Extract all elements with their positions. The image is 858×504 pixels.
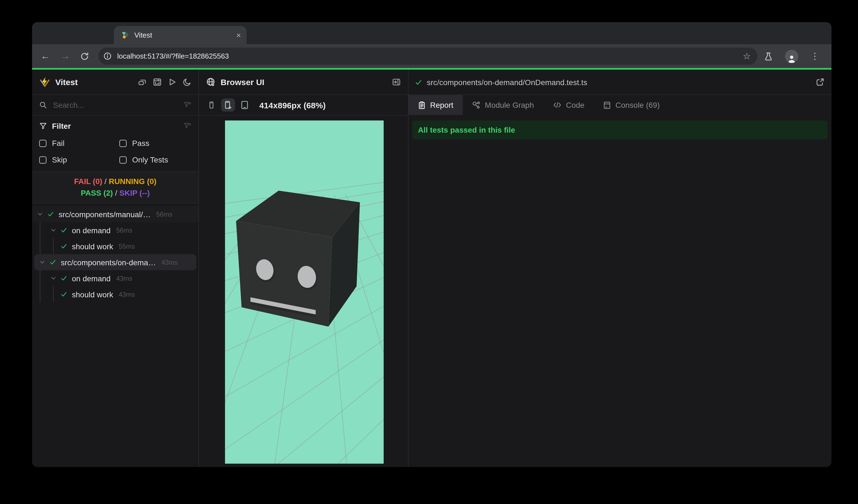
- device-phone-button[interactable]: [221, 98, 235, 112]
- tab-close-icon[interactable]: ×: [236, 31, 241, 39]
- globe-icon: [206, 77, 216, 87]
- app-title: Vitest: [55, 77, 138, 87]
- tree-row-suite[interactable]: on demand 56ms: [32, 222, 198, 238]
- viewport-size-label: 414x896px (68%): [259, 100, 325, 110]
- vitest-favicon-icon: [121, 31, 129, 39]
- experiments-button[interactable]: [764, 52, 773, 61]
- chevron-down-icon[interactable]: [50, 227, 57, 233]
- profile-button[interactable]: [785, 49, 798, 63]
- checkbox-skip[interactable]: [39, 156, 46, 163]
- browser-menu-button[interactable]: ⋮: [810, 51, 818, 61]
- check-icon: [49, 259, 57, 266]
- checkbox-pass[interactable]: [120, 140, 127, 147]
- report-body: All tests passed in this file: [409, 115, 831, 467]
- report-tabs: Report Module Graph Code: [409, 95, 831, 115]
- tree-row-suite[interactable]: on demand 43ms: [32, 270, 198, 286]
- search-input[interactable]: [52, 100, 184, 110]
- report-panel: src/components/on-demand/OnDemand.test.t…: [409, 70, 831, 467]
- tree-row-test[interactable]: should work 43ms: [32, 286, 198, 302]
- report-view-icon[interactable]: [153, 78, 161, 86]
- test-file-tree: src/components/manual/… 56ms on demand 5…: [32, 204, 198, 302]
- external-link-icon: [816, 78, 824, 86]
- flask-icon: [764, 52, 773, 61]
- code-icon: [553, 101, 562, 109]
- filter-section: Filter Fail Pass: [32, 115, 198, 171]
- vitest-ui: Vitest: [32, 70, 831, 467]
- tree-row-file-selected[interactable]: src/components/on-dema… 43ms: [34, 254, 196, 270]
- check-icon: [60, 291, 67, 298]
- browser-preview-panel: Browser UI: [199, 70, 408, 467]
- chevron-down-icon[interactable]: [39, 259, 45, 265]
- run-all-icon[interactable]: [168, 78, 176, 86]
- preview-title: Browser UI: [221, 77, 392, 87]
- filter-funnel-icon: [39, 122, 47, 130]
- dashboard-windows-icon[interactable]: [138, 78, 146, 86]
- tab-code[interactable]: Code: [543, 95, 594, 115]
- tree-row-test[interactable]: should work 55ms: [32, 238, 198, 254]
- filter-option-skip[interactable]: Skip: [39, 155, 120, 164]
- device-tablet-button[interactable]: [240, 101, 249, 110]
- url-text[interactable]: localhost:5173/#/?file=1828625563: [117, 52, 743, 60]
- dark-mode-moon-icon[interactable]: [183, 78, 191, 86]
- open-panel-button[interactable]: [392, 78, 401, 86]
- toolbar-actions: ⋮: [764, 49, 818, 63]
- tree-row-file[interactable]: src/components/manual/… 56ms: [32, 206, 198, 222]
- tab-console[interactable]: Console (69): [594, 95, 669, 115]
- open-in-editor-button[interactable]: [816, 78, 824, 86]
- device-size-toolbar: 414x896px (68%): [199, 95, 408, 115]
- test-file-path: src/components/on-demand/OnDemand.test.t…: [427, 78, 816, 86]
- check-icon: [60, 227, 67, 234]
- skip-count: SKIP (--): [120, 189, 150, 197]
- fail-count: FAIL (0): [74, 177, 102, 186]
- phone-small-icon: [208, 101, 215, 110]
- sidebar-header: Vitest: [32, 70, 198, 95]
- sidebar: Vitest: [32, 70, 198, 467]
- checkbox-fail[interactable]: [39, 140, 46, 147]
- browser-window: Vitest × + ← → localhost:5173/#/?file=18…: [32, 22, 831, 467]
- site-info-icon: [104, 52, 112, 60]
- filter-title: Filter: [52, 121, 184, 130]
- desktop: Vitest × + ← → localhost:5173/#/?file=18…: [0, 0, 858, 504]
- module-graph-icon: [472, 101, 480, 109]
- check-icon: [47, 211, 54, 218]
- clipboard-icon: [418, 101, 426, 109]
- check-icon: [60, 275, 67, 282]
- clear-filter-icon[interactable]: [184, 101, 191, 109]
- reload-button[interactable]: [75, 52, 94, 61]
- tab-strip: Vitest × +: [32, 22, 831, 44]
- person-icon: [787, 54, 797, 63]
- tablet-icon: [240, 101, 249, 110]
- pass-count: PASS (2): [81, 189, 113, 197]
- chevron-down-icon[interactable]: [50, 275, 57, 281]
- tab-report[interactable]: Report: [409, 95, 463, 115]
- checkbox-only-tests[interactable]: [120, 156, 127, 163]
- browser-toolbar: ← → localhost:5173/#/?file=1828625563 ☆: [32, 44, 831, 68]
- back-button[interactable]: ←: [35, 51, 55, 62]
- filter-option-only-tests[interactable]: Only Tests: [120, 155, 191, 164]
- check-icon: [415, 78, 423, 86]
- tests-passed-banner: All tests passed in this file: [412, 120, 828, 139]
- test-status-summary: FAIL (0) / RUNNING (0) PASS (2) / SKIP (…: [32, 171, 198, 204]
- running-count: RUNNING (0): [109, 177, 157, 186]
- device-phone-small-button[interactable]: [208, 101, 215, 110]
- filter-option-fail[interactable]: Fail: [39, 139, 120, 148]
- tab-module-graph[interactable]: Module Graph: [463, 95, 543, 115]
- tab-title: Vitest: [134, 31, 236, 39]
- preview-header: Browser UI: [199, 70, 408, 95]
- address-bar[interactable]: localhost:5173/#/?file=1828625563 ☆: [98, 48, 757, 65]
- search-row: [32, 95, 198, 115]
- clear-filter-icon[interactable]: [184, 122, 191, 130]
- report-header: src/components/on-demand/OnDemand.test.t…: [409, 70, 831, 95]
- robot-cube-scene: [225, 120, 384, 464]
- app-viewport[interactable]: [225, 120, 384, 464]
- browser-tab[interactable]: Vitest ×: [114, 26, 247, 44]
- panel-right-icon: [392, 78, 401, 86]
- phone-plus-icon: [224, 100, 232, 110]
- reload-icon: [80, 52, 89, 61]
- bookmark-star-icon[interactable]: ☆: [743, 51, 751, 61]
- filter-option-pass[interactable]: Pass: [120, 139, 191, 148]
- vitest-logo-icon: [39, 77, 50, 87]
- chevron-down-icon[interactable]: [37, 211, 43, 217]
- forward-button[interactable]: →: [55, 51, 75, 62]
- search-icon: [39, 101, 47, 109]
